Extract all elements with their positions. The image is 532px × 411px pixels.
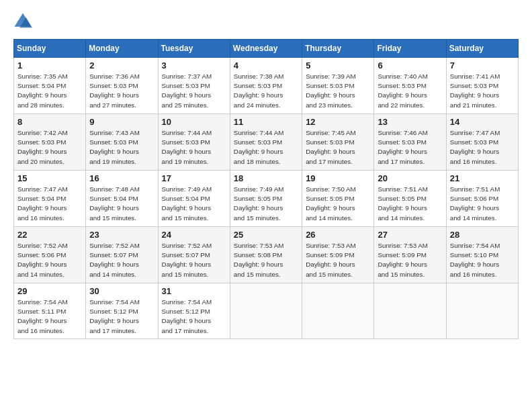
day-info: Sunrise: 7:53 AM Sunset: 5:08 PM Dayligh…	[234, 241, 298, 279]
day-info: Sunrise: 7:52 AM Sunset: 5:07 PM Dayligh…	[89, 241, 154, 279]
day-number: 4	[234, 60, 298, 71]
day-info: Sunrise: 7:54 AM Sunset: 5:12 PM Dayligh…	[162, 298, 226, 336]
day-number: 28	[450, 230, 515, 240]
calendar-table: Sunday Monday Tuesday Wednesday Thursday…	[13, 39, 519, 339]
table-row: 15Sunrise: 7:47 AM Sunset: 5:04 PM Dayli…	[14, 171, 86, 227]
table-row: 1Sunrise: 7:35 AM Sunset: 5:04 PM Daylig…	[14, 58, 86, 114]
day-number: 26	[306, 230, 370, 240]
calendar-week-row: 8Sunrise: 7:42 AM Sunset: 5:03 PM Daylig…	[14, 114, 519, 171]
table-row: 7Sunrise: 7:41 AM Sunset: 5:03 PM Daylig…	[446, 58, 518, 114]
day-info: Sunrise: 7:49 AM Sunset: 5:05 PM Dayligh…	[234, 185, 298, 223]
day-info: Sunrise: 7:53 AM Sunset: 5:09 PM Dayligh…	[306, 241, 370, 279]
table-row: 24Sunrise: 7:52 AM Sunset: 5:07 PM Dayli…	[158, 227, 230, 283]
header	[13, 12, 519, 31]
day-number: 29	[17, 286, 82, 296]
table-row: 13Sunrise: 7:46 AM Sunset: 5:03 PM Dayli…	[374, 114, 446, 171]
table-row: 28Sunrise: 7:54 AM Sunset: 5:10 PM Dayli…	[446, 227, 518, 283]
day-info: Sunrise: 7:48 AM Sunset: 5:04 PM Dayligh…	[89, 185, 154, 223]
table-row	[374, 283, 446, 339]
day-number: 21	[450, 173, 515, 183]
logo-icon	[13, 12, 32, 31]
day-number: 14	[450, 117, 515, 127]
day-info: Sunrise: 7:39 AM Sunset: 5:03 PM Dayligh…	[306, 72, 370, 110]
table-row: 10Sunrise: 7:44 AM Sunset: 5:03 PM Dayli…	[158, 114, 230, 171]
day-number: 25	[234, 230, 298, 240]
table-row: 9Sunrise: 7:43 AM Sunset: 5:03 PM Daylig…	[86, 114, 158, 171]
day-info: Sunrise: 7:54 AM Sunset: 5:11 PM Dayligh…	[17, 298, 82, 336]
table-row: 8Sunrise: 7:42 AM Sunset: 5:03 PM Daylig…	[14, 114, 86, 171]
day-number: 8	[17, 117, 82, 127]
day-info: Sunrise: 7:52 AM Sunset: 5:07 PM Dayligh…	[162, 241, 226, 279]
day-number: 10	[162, 117, 226, 127]
day-number: 9	[89, 117, 154, 127]
table-row: 17Sunrise: 7:49 AM Sunset: 5:04 PM Dayli…	[158, 171, 230, 227]
day-number: 19	[306, 173, 370, 183]
day-number: 16	[89, 173, 154, 183]
day-info: Sunrise: 7:40 AM Sunset: 5:03 PM Dayligh…	[378, 72, 442, 110]
header-tuesday: Tuesday	[158, 40, 230, 58]
table-row: 12Sunrise: 7:45 AM Sunset: 5:03 PM Dayli…	[302, 114, 374, 171]
table-row: 6Sunrise: 7:40 AM Sunset: 5:03 PM Daylig…	[374, 58, 446, 114]
day-info: Sunrise: 7:42 AM Sunset: 5:03 PM Dayligh…	[17, 128, 82, 167]
day-number: 5	[306, 60, 370, 71]
table-row: 31Sunrise: 7:54 AM Sunset: 5:12 PM Dayli…	[158, 283, 230, 339]
day-info: Sunrise: 7:44 AM Sunset: 5:03 PM Dayligh…	[234, 128, 298, 167]
table-row	[302, 283, 374, 339]
day-number: 30	[89, 286, 154, 296]
logo	[13, 12, 34, 31]
table-row: 25Sunrise: 7:53 AM Sunset: 5:08 PM Dayli…	[230, 227, 302, 283]
day-number: 2	[89, 60, 154, 71]
day-number: 23	[89, 230, 154, 240]
calendar-week-row: 29Sunrise: 7:54 AM Sunset: 5:11 PM Dayli…	[14, 283, 519, 339]
table-row: 29Sunrise: 7:54 AM Sunset: 5:11 PM Dayli…	[14, 283, 86, 339]
day-info: Sunrise: 7:52 AM Sunset: 5:06 PM Dayligh…	[17, 241, 82, 279]
day-info: Sunrise: 7:54 AM Sunset: 5:12 PM Dayligh…	[89, 298, 154, 336]
table-row	[230, 283, 302, 339]
header-sunday: Sunday	[14, 40, 86, 58]
calendar-header: Sunday Monday Tuesday Wednesday Thursday…	[14, 40, 519, 58]
day-info: Sunrise: 7:43 AM Sunset: 5:03 PM Dayligh…	[89, 128, 154, 167]
day-number: 13	[378, 117, 442, 127]
header-wednesday: Wednesday	[230, 40, 302, 58]
day-number: 7	[450, 60, 515, 71]
day-number: 20	[378, 173, 442, 183]
table-row	[446, 283, 518, 339]
day-info: Sunrise: 7:50 AM Sunset: 5:05 PM Dayligh…	[306, 185, 370, 223]
calendar-week-row: 22Sunrise: 7:52 AM Sunset: 5:06 PM Dayli…	[14, 227, 519, 283]
header-thursday: Thursday	[302, 40, 374, 58]
day-info: Sunrise: 7:53 AM Sunset: 5:09 PM Dayligh…	[378, 241, 442, 279]
day-info: Sunrise: 7:38 AM Sunset: 5:03 PM Dayligh…	[234, 72, 298, 110]
table-row: 22Sunrise: 7:52 AM Sunset: 5:06 PM Dayli…	[14, 227, 86, 283]
table-row: 11Sunrise: 7:44 AM Sunset: 5:03 PM Dayli…	[230, 114, 302, 171]
calendar-body: 1Sunrise: 7:35 AM Sunset: 5:04 PM Daylig…	[14, 58, 519, 339]
day-info: Sunrise: 7:41 AM Sunset: 5:03 PM Dayligh…	[450, 72, 515, 110]
day-number: 17	[162, 173, 226, 183]
day-number: 22	[17, 230, 82, 240]
day-info: Sunrise: 7:35 AM Sunset: 5:04 PM Dayligh…	[17, 72, 82, 110]
day-number: 27	[378, 230, 442, 240]
day-number: 15	[17, 173, 82, 183]
day-info: Sunrise: 7:51 AM Sunset: 5:05 PM Dayligh…	[378, 185, 442, 223]
day-number: 6	[378, 60, 442, 71]
day-info: Sunrise: 7:49 AM Sunset: 5:04 PM Dayligh…	[162, 185, 226, 223]
table-row: 19Sunrise: 7:50 AM Sunset: 5:05 PM Dayli…	[302, 171, 374, 227]
day-number: 3	[162, 60, 226, 71]
table-row: 16Sunrise: 7:48 AM Sunset: 5:04 PM Dayli…	[86, 171, 158, 227]
table-row: 14Sunrise: 7:47 AM Sunset: 5:03 PM Dayli…	[446, 114, 518, 171]
day-info: Sunrise: 7:44 AM Sunset: 5:03 PM Dayligh…	[162, 128, 226, 167]
day-number: 11	[234, 117, 298, 127]
table-row: 5Sunrise: 7:39 AM Sunset: 5:03 PM Daylig…	[302, 58, 374, 114]
table-row: 21Sunrise: 7:51 AM Sunset: 5:06 PM Dayli…	[446, 171, 518, 227]
day-info: Sunrise: 7:47 AM Sunset: 5:04 PM Dayligh…	[17, 185, 82, 223]
table-row: 30Sunrise: 7:54 AM Sunset: 5:12 PM Dayli…	[86, 283, 158, 339]
day-info: Sunrise: 7:51 AM Sunset: 5:06 PM Dayligh…	[450, 185, 515, 223]
table-row: 27Sunrise: 7:53 AM Sunset: 5:09 PM Dayli…	[374, 227, 446, 283]
day-info: Sunrise: 7:46 AM Sunset: 5:03 PM Dayligh…	[378, 128, 442, 167]
table-row: 23Sunrise: 7:52 AM Sunset: 5:07 PM Dayli…	[86, 227, 158, 283]
day-info: Sunrise: 7:37 AM Sunset: 5:03 PM Dayligh…	[162, 72, 226, 110]
header-monday: Monday	[86, 40, 158, 58]
day-headers-row: Sunday Monday Tuesday Wednesday Thursday…	[14, 40, 519, 58]
day-info: Sunrise: 7:47 AM Sunset: 5:03 PM Dayligh…	[450, 128, 515, 167]
table-row: 2Sunrise: 7:36 AM Sunset: 5:03 PM Daylig…	[86, 58, 158, 114]
day-number: 18	[234, 173, 298, 183]
